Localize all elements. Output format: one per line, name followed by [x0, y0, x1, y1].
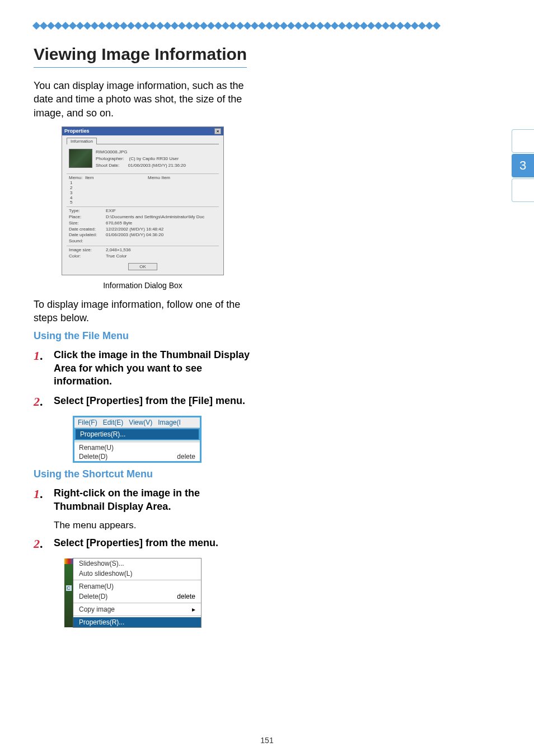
menubar-item[interactable]: View(V) [129, 419, 152, 426]
info-label: Date created: [69, 227, 106, 233]
step-2: 2. Select [Properties] from the menu. [34, 537, 252, 551]
step-subtext: The menu appears. [54, 520, 252, 531]
info-row: Date created:12/22/2002 (M/D/Y) 16:48:42 [67, 227, 219, 233]
decoration-green: C [64, 564, 73, 627]
info-label: Type: [69, 208, 106, 214]
menu-item[interactable]: Auto slideshow(L) [73, 569, 201, 579]
info-row: Type:EXIF [67, 208, 219, 214]
info-row: Date updated:01/06/2003 (M/D/Y) 04:36:20 [67, 232, 219, 238]
menu-item[interactable]: Delete(D)delete [74, 452, 200, 461]
chapter-tab: 3 [512, 154, 534, 177]
info-value: 12/22/2002 (M/D/Y) 16:48:42 [106, 227, 219, 233]
step-number: 2. [34, 537, 54, 551]
menu-group: Rename(U)Delete(D)delete [73, 581, 201, 602]
dialog-top-section: RIMG0008.JPG Photographer: (C) by Caplio… [67, 147, 219, 172]
properties-dialog-figure: Properties × Information RIMG0008.JPG Ph… [62, 126, 224, 275]
decoration-top [64, 558, 73, 564]
info-row: Color:True Color [67, 253, 219, 260]
ok-button[interactable]: OK [128, 263, 157, 270]
menu-item-label: Delete(D) [79, 453, 107, 461]
separator [67, 173, 219, 174]
side-tab-outline [512, 179, 534, 202]
menu-group: Slideshow(S)...Auto slideshow(L) [73, 558, 201, 579]
memo-number: 2 [70, 186, 219, 191]
step-number: 1. [34, 349, 54, 388]
close-icon[interactable]: × [214, 128, 221, 134]
memo-header-row: Memo: Item Memo Item [67, 175, 219, 181]
step-number: 2. [34, 395, 54, 409]
shootdate-label: Shoot Date: [96, 163, 119, 168]
step-text: Select [Properties] from the [File] menu… [54, 395, 245, 409]
decorative-diamond-row [34, 22, 518, 29]
info-row: Place:D:\Documents and Settings\Administ… [67, 214, 219, 220]
memo-item-label: Item [85, 175, 94, 180]
photographer-label: Photographer: [96, 156, 124, 161]
info-row: Image size:2,048×1,536 [67, 247, 219, 253]
info-row: Sound: [67, 238, 219, 245]
context-menu-side-decoration: C [64, 558, 73, 627]
info-rows-2: Image size:2,048×1,536Color:True Color [67, 247, 219, 260]
info-value: D:\Documents and Settings\Administrator\… [106, 214, 219, 220]
section-heading: Using the Shortcut Menu [34, 468, 252, 480]
menu-item-shortcut: delete [177, 453, 195, 461]
separator [73, 603, 201, 603]
step-1: 1. Click the image in the Thumbnail Disp… [34, 349, 252, 388]
info-value: 2,048×1,536 [106, 247, 219, 253]
menu-rows: Rename(U)Delete(D)delete [74, 443, 200, 461]
memo-number: 4 [70, 196, 219, 201]
menu-item-properties-highlighted[interactable]: Properties(R)... [73, 617, 201, 627]
figure-caption: Information Dialog Box [34, 281, 252, 290]
menu-item-label: Rename(U) [79, 583, 114, 590]
info-label: Place: [69, 214, 106, 220]
menu-item[interactable]: Delete(D)delete [73, 591, 201, 602]
memo-number: 3 [70, 191, 219, 196]
memo-label: Memo: [69, 175, 82, 180]
info-value: EXIF [106, 208, 219, 214]
menu-item-label: Delete(D) [79, 593, 107, 600]
menu-item-label: Rename(U) [79, 444, 114, 452]
menubar-item[interactable]: Image(I [158, 419, 181, 426]
menu-item[interactable]: Slideshow(S)... [73, 558, 201, 569]
step-number: 1. [34, 487, 54, 513]
separator [73, 580, 201, 580]
menubar: File(F)Edit(E)View(V)Image(I [74, 417, 200, 428]
menu-item-label: Auto slideshow(L) [79, 570, 132, 577]
info-value: True Color [106, 253, 219, 260]
info-label: Size: [69, 220, 106, 227]
step-2: 2. Select [Properties] from the [File] m… [34, 395, 252, 409]
filename: RIMG0008.JPG [96, 149, 186, 156]
menu-item-label: Copy image [79, 605, 115, 613]
menu-item[interactable]: Copy image▸ [73, 604, 201, 614]
separator [74, 442, 200, 442]
decoration-badge: C [66, 585, 72, 591]
menu-item-label: Properties(R)... [79, 618, 124, 626]
page-content: Viewing Image Information You can displa… [34, 45, 252, 628]
properties-dialog: Properties × Information RIMG0008.JPG Ph… [62, 126, 224, 275]
dialog-titlebar: Properties × [62, 127, 223, 135]
info-label: Image size: [69, 247, 106, 253]
menu-item-properties-highlighted[interactable]: Properties(R)... [74, 428, 200, 440]
memo-numbers: 12345 [67, 181, 219, 205]
info-label: Sound: [69, 238, 106, 245]
menubar-item[interactable]: File(F) [78, 419, 97, 426]
thumbnail-preview [69, 149, 92, 168]
information-tab[interactable]: Information [67, 138, 97, 144]
dialog-title: Properties [64, 128, 90, 134]
step-text: Select [Properties] from the menu. [54, 537, 218, 551]
info-value: 01/06/2003 (M/D/Y) 04:36:20 [106, 232, 219, 238]
separator [73, 616, 201, 616]
side-tab-outline [512, 129, 534, 153]
menu-item-shortcut: delete [177, 593, 195, 600]
menu-item[interactable]: Rename(U) [74, 443, 200, 452]
dialog-body: Information RIMG0008.JPG Photographer: (… [62, 135, 223, 275]
info-value [106, 238, 219, 245]
menubar-item[interactable]: Edit(E) [103, 419, 124, 426]
info-rows-1: Type:EXIFPlace:D:\Documents and Settings… [67, 208, 219, 245]
shootdate-value: 01/06/2003 (M/D/Y) 21:36:20 [128, 163, 186, 168]
info-value: 670,665 Byte [106, 220, 219, 227]
info-label: Date updated: [69, 232, 106, 238]
file-menu-figure: File(F)Edit(E)View(V)Image(I Properties(… [73, 416, 202, 463]
menu-item[interactable]: Rename(U) [73, 581, 201, 591]
intro-paragraph: You can display image information, such … [34, 79, 252, 120]
menu-item-label: Slideshow(S)... [79, 560, 124, 567]
